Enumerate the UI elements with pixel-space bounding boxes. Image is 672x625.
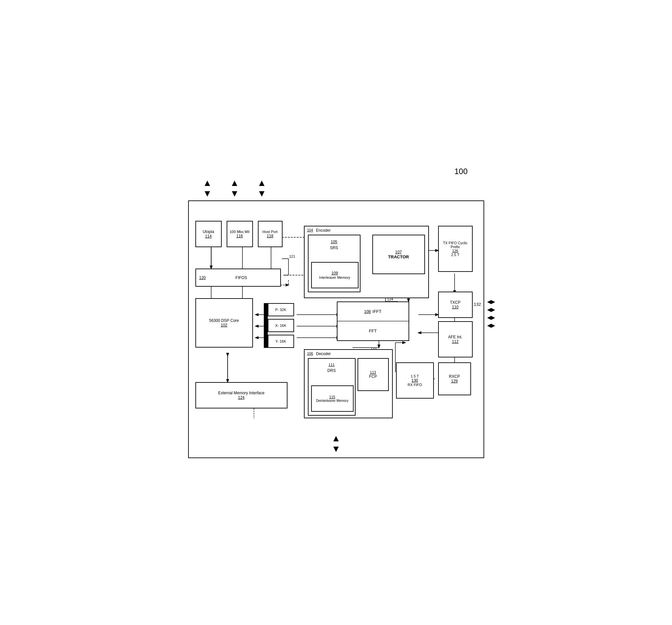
top-arrow-1: ▲▼ — [203, 178, 212, 199]
extmem-block: External Memory Interface 124 — [195, 382, 287, 409]
svg-text:121: 121 — [289, 254, 295, 258]
intmem-block: 109 Interleaver Memory — [311, 262, 359, 288]
extmem-label: 124 — [238, 395, 244, 400]
hostport-title: Host Port — [263, 230, 278, 234]
drs-container: 111 DRS 115 Deinterleaver Memory — [308, 358, 356, 416]
right-arrows: ◀▶ ◀▶ ◀▶ ◀▶ 132 — [487, 299, 495, 328]
encoder-box: 104 Encoder 105 SRS 109 Interleaver Memo… — [304, 226, 429, 298]
fifos-block: 120 FIFOS — [195, 269, 281, 287]
xmem-title: X- 16K — [275, 324, 287, 327]
hostport-block: Host Port 118 — [258, 221, 283, 247]
bottom-arrow: ▲▼ — [192, 433, 480, 454]
deintmem-block: 115 Deinterleaver Memory — [311, 386, 354, 412]
dsp-block: 56300 DSP Core 102 — [195, 298, 253, 348]
encoder-label: 104 — [307, 228, 313, 232]
hostport-label: 118 — [267, 234, 273, 238]
pmem-title: P- 32K — [275, 308, 287, 312]
top-arrow-2: ▲▼ — [230, 178, 239, 199]
utopia-block: Utopia 114 — [195, 221, 222, 247]
membus-bar — [264, 303, 268, 348]
srs-container: 105 SRS 109 Interleaver Memory — [308, 235, 360, 292]
pmem-block: P- 32K — [268, 303, 294, 316]
fifos-title: FIFOS — [236, 276, 247, 280]
afe-block: AFE Int. 112 — [438, 321, 473, 357]
mii-block: 100 Mbs MII 116 — [226, 221, 253, 247]
decoder-label: 106 — [307, 351, 313, 355]
xmem-block: X- 16K — [268, 319, 294, 332]
mii-title: 100 Mbs MII — [230, 230, 250, 234]
drs-block: 111 DRS — [309, 359, 355, 373]
mii-label: 116 — [236, 234, 243, 238]
dsp-label: 102 — [221, 323, 227, 327]
fcp-block: 113 FCP — [358, 358, 389, 391]
txfifo-block: TX FIFO Cyclic Prefix 126 2.5 T — [438, 226, 473, 272]
encoder-title: Encoder — [316, 228, 331, 233]
ymem-title: Y- 16K — [275, 339, 286, 343]
ifft-block: 108 IFFT FFT — [337, 301, 409, 341]
srs-block: 105 SRS — [330, 239, 338, 251]
rxfifo-block: 1.5 T 130 RX FIFO — [396, 362, 434, 398]
dsp-title: 56300 DSP Core — [209, 318, 239, 323]
ymem-block: Y- 16K — [268, 335, 294, 348]
page-container: 100 ▲▼ ▲▼ ▲▼ ◀▶ ◀▶ ◀▶ ◀▶ 132 — [188, 167, 484, 458]
decoder-box: 106 Decoder 111 DRS 115 Deinterleaver Me… — [304, 349, 393, 418]
top-arrow-3: ▲▼ — [257, 178, 266, 199]
fifos-label: 120 — [199, 276, 206, 280]
diagram-title: 100 — [188, 167, 484, 176]
decoder-title: Decoder — [316, 351, 331, 356]
rxcp-block: RXCP 129 — [438, 362, 471, 395]
tractor-block: 107 TRACTOR — [373, 235, 425, 274]
utopia-label: 114 — [205, 234, 212, 239]
extmem-title: External Memory Interface — [218, 391, 264, 395]
utopia-title: Utopia — [202, 229, 214, 234]
txcp-block: TXCP 110 — [438, 292, 473, 318]
